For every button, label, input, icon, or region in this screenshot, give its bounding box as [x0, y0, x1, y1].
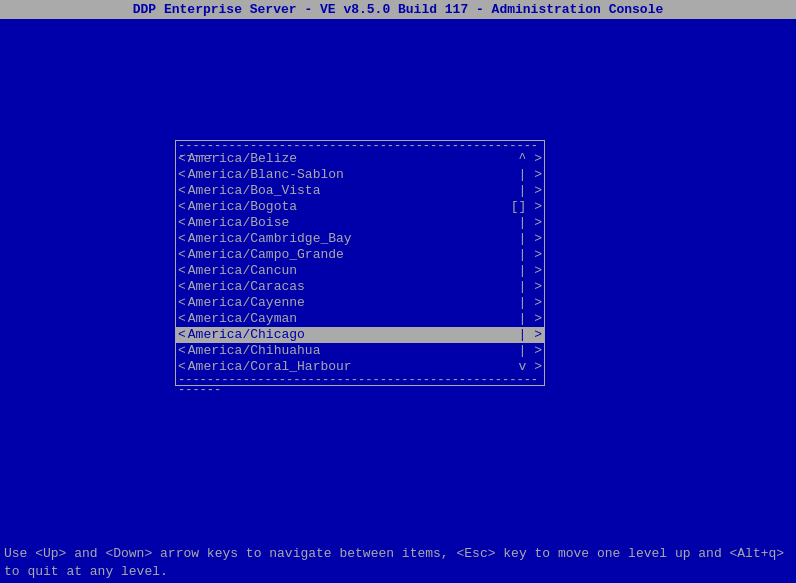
item-text: America/Cayman	[188, 311, 515, 327]
item-prefix: <	[178, 231, 186, 247]
item-text: America/Chicago	[188, 327, 515, 343]
item-text: America/Cayenne	[188, 295, 515, 311]
item-prefix: <	[178, 327, 186, 343]
item-text: America/Chihuahua	[188, 343, 515, 359]
list-item[interactable]: < America/Chihuahua | >	[176, 343, 544, 359]
item-scroll: [] >	[507, 199, 542, 215]
item-text: America/Campo_Grande	[188, 247, 515, 263]
list-item[interactable]: < America/Caracas | >	[176, 279, 544, 295]
item-prefix: <	[178, 279, 186, 295]
item-text: America/Boise	[188, 215, 515, 231]
status-text: Use <Up> and <Down> arrow keys to naviga…	[4, 546, 784, 579]
item-text: America/Blanc-Sablon	[188, 167, 515, 183]
title-bar: DDP Enterprise Server - VE v8.5.0 Build …	[0, 0, 796, 19]
item-text: America/Belize	[188, 151, 515, 167]
list-item[interactable]: < America/Blanc-Sablon | >	[176, 167, 544, 183]
item-scroll: | >	[515, 263, 542, 279]
list-item[interactable]: < America/Boise | >	[176, 215, 544, 231]
list-item[interactable]: < America/Belize ^ >	[176, 151, 544, 167]
list-item[interactable]: < America/Bogota [] >	[176, 199, 544, 215]
item-prefix: <	[178, 151, 186, 167]
item-scroll: | >	[515, 167, 542, 183]
list-container[interactable]: ----------------------------------------…	[175, 140, 545, 386]
item-text: America/Boa_Vista	[188, 183, 515, 199]
item-prefix: <	[178, 215, 186, 231]
list-item[interactable]: < America/Boa_Vista | >	[176, 183, 544, 199]
item-prefix: <	[178, 295, 186, 311]
item-scroll: | >	[515, 311, 542, 327]
item-prefix: <	[178, 263, 186, 279]
item-scroll: | >	[515, 183, 542, 199]
status-bar: Use <Up> and <Down> arrow keys to naviga…	[0, 543, 796, 583]
title-text: DDP Enterprise Server - VE v8.5.0 Build …	[133, 2, 664, 17]
item-prefix: <	[178, 343, 186, 359]
top-border: ----------------------------------------…	[176, 141, 544, 151]
list-item[interactable]: < America/Cambridge_Bay | >	[176, 231, 544, 247]
item-text: America/Cambridge_Bay	[188, 231, 515, 247]
item-scroll: | >	[515, 247, 542, 263]
item-prefix: <	[178, 199, 186, 215]
item-scroll: | >	[515, 231, 542, 247]
item-scroll: ^ >	[515, 151, 542, 167]
item-prefix: <	[178, 167, 186, 183]
list-item[interactable]: < America/Chicago | >	[176, 327, 544, 343]
list-item[interactable]: < America/Cayman | >	[176, 311, 544, 327]
item-text: America/Caracas	[188, 279, 515, 295]
item-scroll: | >	[515, 295, 542, 311]
item-scroll: | >	[515, 343, 542, 359]
item-text: America/Bogota	[188, 199, 507, 215]
list-item[interactable]: < America/Cayenne | >	[176, 295, 544, 311]
list-item[interactable]: < America/Cancun | >	[176, 263, 544, 279]
timezone-list[interactable]: < America/Belize ^ >< America/Blanc-Sabl…	[176, 151, 544, 375]
item-scroll: | >	[515, 215, 542, 231]
item-text: America/Cancun	[188, 263, 515, 279]
item-scroll: | >	[515, 327, 542, 343]
item-prefix: <	[178, 311, 186, 327]
bottom-border: ----------------------------------------…	[176, 375, 544, 385]
list-item[interactable]: < America/Campo_Grande | >	[176, 247, 544, 263]
item-prefix: <	[178, 247, 186, 263]
item-scroll: | >	[515, 279, 542, 295]
item-prefix: <	[178, 183, 186, 199]
